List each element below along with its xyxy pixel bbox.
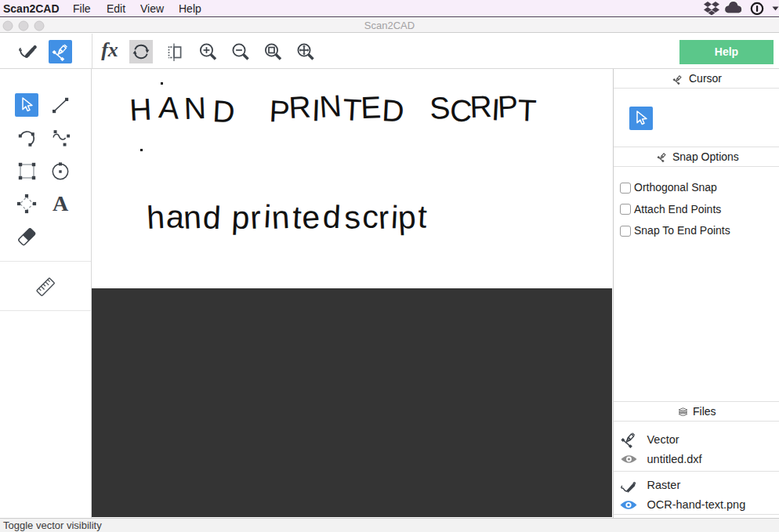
svg-text:hand: hand [146, 198, 222, 236]
svg-text:printed: printed [231, 198, 342, 236]
svg-text:PRINTED: PRINTED [269, 89, 405, 128]
svg-text:script: script [343, 198, 428, 236]
svg-text:HAND: HAND [129, 90, 236, 128]
svg-text:SCRIPT: SCRIPT [429, 89, 537, 128]
